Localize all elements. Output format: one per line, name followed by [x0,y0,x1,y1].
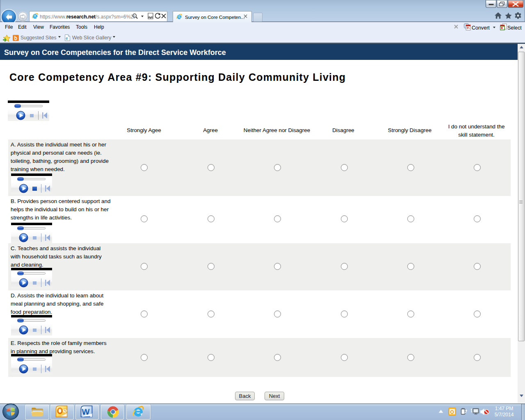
svg-text:e: e [66,36,68,41]
svg-text:O: O [450,409,454,415]
